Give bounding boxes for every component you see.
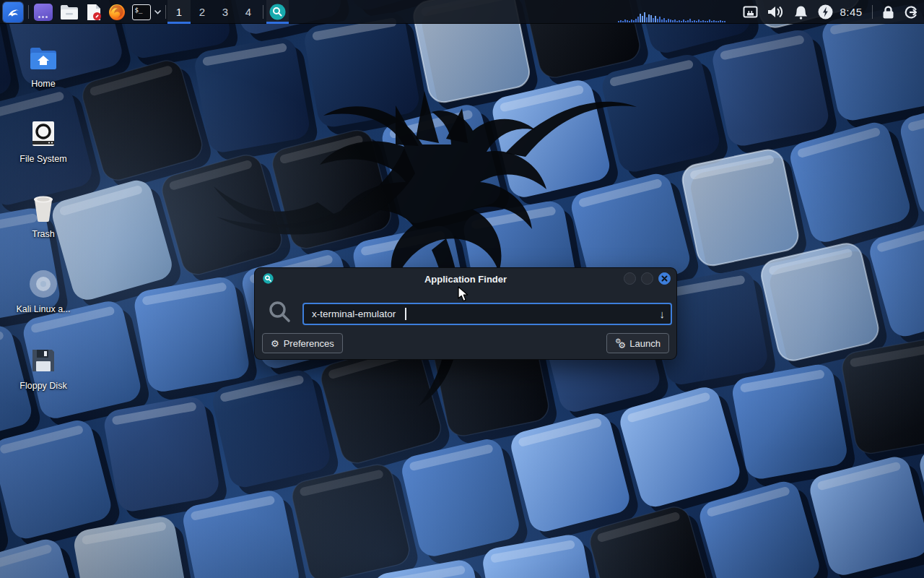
desktop-icon-label: Kali Linux a... [16,304,70,314]
clock-text: 8:45 [840,6,862,18]
launch-button[interactable]: ⚙ ⚙ Launch [606,333,669,353]
bell-icon [794,5,808,20]
launch-button-label: Launch [629,338,661,349]
mouse-cursor [458,286,470,303]
maximize-button[interactable] [641,272,653,285]
network-icon [743,6,758,18]
panel-separator [263,5,263,19]
workspace-button-1[interactable]: 1 [167,0,191,24]
search-input[interactable]: x-terminal-emulator ↓ [302,303,672,325]
close-icon [661,275,668,282]
preferences-button[interactable]: ⚙ Preferences [262,333,343,353]
workspace-number: 4 [245,6,251,18]
folder-icon [60,4,79,20]
panel-separator [28,5,29,19]
minimize-button[interactable] [624,272,636,285]
preferences-button-label: Preferences [284,338,334,349]
applications-menu-button[interactable] [1,0,25,24]
desktop-icon-file-system[interactable]: File System [9,117,78,164]
search-input-value: x-terminal-emulator [312,309,396,319]
trash-icon [30,192,56,225]
notifications-button[interactable] [791,0,810,24]
launcher-firefox[interactable] [105,0,128,24]
desktop-icon-kali-docs[interactable]: Kali Linux a... [9,267,78,314]
workspace-button-3[interactable]: 3 [214,0,237,24]
workspace-number: 3 [222,6,228,18]
kali-logo-icon [3,2,23,22]
text-caret [405,308,406,320]
launcher-terminal-dropdown[interactable]: $_ [130,0,163,24]
kali-desktop: Home File System Trash [0,0,924,578]
desktop-icon-trash[interactable]: Trash [9,192,78,239]
panel-separator [165,5,166,19]
top-panel: $_ 1 2 3 4 [0,0,924,24]
volume-icon [767,5,783,19]
close-button[interactable] [658,272,671,285]
home-folder-icon [28,42,58,75]
launcher-file-manager[interactable] [58,0,81,24]
application-finder-window: Application Finder x-terminal-emulator ↓… [254,267,677,360]
logout-button[interactable] [901,0,921,24]
application-finder-panel-button[interactable] [266,0,289,24]
clock[interactable]: 8:45 [834,0,868,24]
network-status-button[interactable] [741,0,759,24]
hard-drive-icon [30,117,57,150]
execute-gears-icon: ⚙ ⚙ [615,338,625,348]
panel-separator [872,5,873,19]
floppy-disk-icon [30,344,57,377]
document-icon [86,4,102,21]
purple-app-icon [34,4,53,21]
volume-button[interactable] [764,0,785,24]
workspace-number: 1 [176,6,182,18]
power-bolt-icon [818,4,833,20]
desktop-icon-label: Trash [32,229,55,239]
launcher-purple-app[interactable] [32,0,55,24]
launcher-text-editor[interactable] [82,0,105,24]
search-icon [269,4,286,20]
audio-spectrum-decoration [618,12,725,22]
workspace-number: 2 [199,6,205,18]
gear-icon: ⚙ [271,339,279,348]
terminal-icon: $_ [132,4,151,20]
firefox-icon [108,4,126,21]
dropdown-arrow-icon[interactable]: ↓ [660,309,666,319]
desktop-icon-label: Home [31,79,55,89]
desktop-icon-floppy-disk[interactable]: Floppy Disk [9,344,78,391]
desktop-icon-home[interactable]: Home [9,42,78,89]
logout-icon [904,5,918,20]
chevron-down-icon [154,9,162,14]
workspace-button-4[interactable]: 4 [237,0,260,24]
desktop-icon-label: Floppy Disk [19,381,66,391]
search-icon-large [268,300,292,324]
optical-disc-icon [28,267,58,301]
desktop-icon-label: File System [19,154,66,164]
power-manager-button[interactable] [816,0,834,24]
workspace-button-2[interactable]: 2 [191,0,214,24]
lock-icon [882,5,894,20]
lock-screen-button[interactable] [878,0,898,24]
